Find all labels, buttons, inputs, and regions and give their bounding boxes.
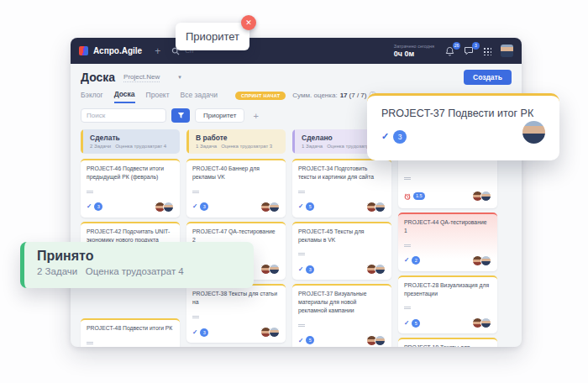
avatar bbox=[375, 202, 386, 212]
board-select[interactable]: Project.New ▾ bbox=[123, 73, 181, 82]
time-tracker-value: 0ч 0м bbox=[394, 50, 434, 58]
check-icon: ✓ bbox=[87, 203, 92, 210]
avatars bbox=[260, 264, 280, 275]
task-footer: ✓5 bbox=[298, 335, 386, 346]
description-icon bbox=[404, 177, 411, 178]
tab-Бэклог[interactable]: Бэклог bbox=[81, 91, 103, 102]
check-icon: ✓ bbox=[404, 257, 409, 264]
points-badge: 3 bbox=[306, 265, 314, 274]
topbar: Аспро.Agile + Сп Затрачено сегодня 0ч 0м… bbox=[71, 38, 522, 64]
check-icon: ✓ bbox=[381, 132, 389, 141]
task-title: PROJECT-44 QA-тестирование 1 bbox=[404, 218, 491, 235]
points-badge: 3 bbox=[200, 328, 208, 337]
task-card-overlay[interactable]: PROJECT-37 Подвести итог РК ✓ 3 bbox=[367, 93, 559, 160]
column-header[interactable]: В работе1 Задача Оценка трудозатрат 3 bbox=[186, 129, 286, 154]
accepted-title: Принято bbox=[37, 249, 241, 264]
task-footer: ✓5 bbox=[298, 202, 386, 212]
filter-button[interactable] bbox=[171, 108, 190, 123]
description-icon bbox=[298, 324, 305, 325]
avatar bbox=[375, 264, 386, 275]
description-icon bbox=[87, 191, 93, 192]
task-card[interactable]: PROJECT-40 Баннер для рекламы VK✓3 bbox=[186, 159, 286, 218]
messages-badge: 3 bbox=[472, 42, 480, 50]
column-subtitle: 2 Задачи Оценка трудозатрат 4 bbox=[90, 144, 173, 149]
task-card[interactable]: PROJECT-38 Тексты для статьи на✓3 bbox=[186, 284, 286, 343]
assignee-avatar bbox=[522, 121, 545, 144]
avatars bbox=[472, 317, 491, 328]
page-title: Доска bbox=[81, 71, 115, 84]
task-card[interactable]: PROJECT-37 Визуальные материалы для ново… bbox=[292, 284, 391, 347]
check-icon: ✓ bbox=[298, 338, 303, 344]
app-window: Аспро.Agile + Сп Затрачено сегодня 0ч 0м… bbox=[71, 38, 522, 347]
add-filter-button[interactable]: + bbox=[253, 111, 258, 121]
filter-chip-priority[interactable]: Приоритет bbox=[195, 108, 244, 123]
tab-Проект[interactable]: Проект bbox=[146, 91, 170, 102]
time-tracker-label: Затрачено сегодня bbox=[394, 44, 434, 49]
avatar bbox=[480, 255, 491, 266]
task-title: PROJECT-37 Визуальные материалы для ново… bbox=[298, 290, 386, 315]
avatar bbox=[480, 317, 491, 328]
task-footer: ✓3 bbox=[298, 264, 386, 275]
task-card[interactable]: PROJECT-45 Тексты для рекламы в VK✓3 bbox=[292, 222, 391, 281]
funnel-icon bbox=[177, 112, 185, 119]
task-card[interactable]: PROJECT-44 QA-тестирование 1✓2 bbox=[398, 212, 497, 271]
task-title: PROJECT-46 Подвести итоги предыдущей РК … bbox=[87, 165, 174, 181]
time-tracker[interactable]: Затрачено сегодня 0ч 0м bbox=[394, 44, 434, 58]
points-badge: 3 bbox=[393, 130, 407, 144]
create-button[interactable]: Создать bbox=[464, 70, 512, 85]
avatar bbox=[163, 202, 174, 212]
search-input[interactable] bbox=[81, 108, 166, 123]
task-footer: ✓3 bbox=[87, 202, 174, 212]
column-header[interactable]: Сделать2 Задачи Оценка трудозатрат 4 bbox=[81, 129, 180, 154]
task-card[interactable]: PROJECT-46 Подвести итоги предыдущей РК … bbox=[81, 159, 180, 218]
column-subtitle: 1 Задача Оценка трудозатрат 3 bbox=[196, 144, 279, 149]
column-done: Сделано1 Задача Оценка трудозатратPROJEC… bbox=[292, 129, 391, 347]
tab-Все задачи[interactable]: Все задачи bbox=[181, 91, 218, 102]
avatars bbox=[260, 327, 280, 338]
task-title: PROJECT-34 Подготовить тексты и картинки… bbox=[298, 165, 386, 181]
avatars bbox=[260, 202, 280, 212]
task-title: PROJECT-48 Подвести итоги РК bbox=[87, 324, 174, 333]
sum-estimate-value: 17 bbox=[340, 92, 348, 99]
app-logo-icon bbox=[79, 46, 88, 55]
sum-estimate-detail: (7 / 7) bbox=[349, 92, 367, 99]
notifications-button[interactable]: 26 bbox=[445, 46, 454, 56]
tab-Доска[interactable]: Доска bbox=[114, 90, 135, 103]
check-icon: ✓ bbox=[298, 266, 303, 273]
user-avatar[interactable] bbox=[501, 45, 513, 57]
apps-grid-icon[interactable] bbox=[483, 47, 491, 55]
task-title: PROJECT-40 Баннер для рекламы VK bbox=[192, 165, 280, 181]
task-card[interactable]: PROJECT-48 Подвести итоги РК✓3 bbox=[81, 318, 180, 347]
task-card[interactable]: PROJECT-19 Тексты для рекламы VK✓5 bbox=[398, 338, 497, 347]
add-icon[interactable]: + bbox=[155, 46, 160, 56]
avatar bbox=[375, 335, 386, 346]
task-title: PROJECT-28 Визуализация для презентации bbox=[404, 281, 491, 298]
notifications-badge: 26 bbox=[453, 42, 460, 50]
board-header: Доска Project.New ▾ Создать bbox=[71, 64, 522, 88]
check-icon: ✓ bbox=[404, 320, 409, 327]
task-footer: ✓3 bbox=[192, 202, 280, 212]
task-footer: ✓2 bbox=[404, 255, 491, 266]
task-footer: ✓5 bbox=[404, 317, 491, 328]
description-icon bbox=[404, 307, 411, 307]
accepted-column-overlay[interactable]: Принято 2 Задачи Оценка трудозатрат 4 bbox=[20, 242, 254, 288]
messages-button[interactable]: 3 bbox=[464, 46, 474, 55]
points-badge: 5 bbox=[306, 336, 314, 344]
task-card[interactable]: PROJECT-28 Визуализация для презентации✓… bbox=[398, 275, 497, 334]
sum-estimate: Сумм. оценка: 17 (7 / 7) ⓘ bbox=[292, 91, 375, 100]
avatars bbox=[366, 335, 386, 346]
points-badge: 3 bbox=[94, 202, 102, 211]
description-icon bbox=[87, 342, 93, 343]
board-select-value: Project.New bbox=[123, 73, 160, 82]
task-card[interactable]: PROJECT-34 Подготовить тексты и картинки… bbox=[292, 159, 391, 218]
close-icon[interactable]: ✕ bbox=[241, 15, 256, 30]
task-overlay-footer: ✓ 3 bbox=[381, 129, 545, 144]
task-title: PROJECT-19 Тексты для рекламы VK bbox=[404, 344, 491, 347]
avatars bbox=[366, 264, 386, 275]
chevron-down-icon: ▾ bbox=[178, 74, 181, 81]
sprint-status-badge: СПРИНТ НАЧАТ bbox=[235, 92, 286, 100]
time-badge: 1.5 bbox=[413, 192, 425, 200]
description-icon bbox=[298, 253, 305, 254]
description-icon bbox=[192, 316, 199, 317]
overdue-clock-icon bbox=[404, 188, 411, 203]
